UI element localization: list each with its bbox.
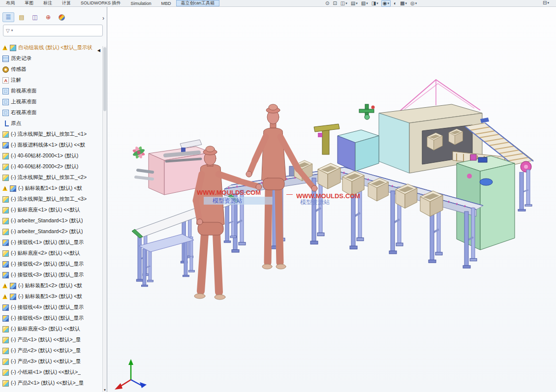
tree-item[interactable]: (-) 接驳线<3> (默认) (默认_显示: [2, 270, 101, 280]
featuremanager-panel-tabs: ☰ ▤ ◫ ⊕: [0, 7, 107, 24]
tree-item-icon: [2, 315, 9, 322]
zoom-area-icon[interactable]: ⊡ ▾: [332, 0, 337, 6]
edit-appearance-icon[interactable]: ◐ ▾: [393, 0, 397, 6]
tree-item[interactable]: (-) 流水线脚架_默认_按加工_<1>: [2, 129, 101, 140]
panel-tab-icon: [59, 14, 65, 21]
view-settings-icon[interactable]: ◎ ▾: [410, 0, 417, 6]
tree-item[interactable]: (-) 产品<3> (默认) <<默认>_显: [2, 356, 101, 367]
scrollbar-thumb[interactable]: [103, 47, 106, 111]
tree-item-label: 原点: [11, 120, 21, 127]
tab-annotation[interactable]: 标注: [38, 0, 57, 6]
tree-item[interactable]: (-) 贴标底座<2> (默认) <<默认: [2, 248, 101, 259]
tree-filter-input[interactable]: [14, 28, 100, 33]
tree-item-icon: [10, 45, 16, 51]
toolbar-icon-glyph: ◐: [394, 0, 397, 6]
tree-item[interactable]: (-) arbeiter_Standard<2> (默认): [2, 226, 101, 237]
tree-item[interactable]: (-) 40-60铝材-2000<1> (默认): [2, 151, 101, 161]
tree-item[interactable]: 自动组装线 (默认) <默认_显示状: [2, 42, 101, 53]
view-orientation-icon[interactable]: ▧ ▾: [361, 0, 369, 6]
command-tab-label: SOLIDWORKS 插件: [81, 0, 121, 6]
section-view-icon[interactable]: ◫ ▾: [340, 0, 348, 6]
tab-sketch[interactable]: 草图: [20, 0, 38, 6]
toolbar-icon-glyph: ◉: [383, 0, 387, 6]
tree-item[interactable]: (-) 贴标装配1<2> (默认) <默: [2, 280, 101, 291]
tree-item[interactable]: (-) 接驳线<1> (默认) (默认_显示: [2, 237, 101, 248]
monitor-icon[interactable]: ⊟ ▾: [543, 0, 549, 6]
tree-item[interactable]: (-) 流水线脚架_默认_按加工_<3>: [2, 194, 101, 205]
tree-item[interactable]: (-) 贴标装配1<3> (默认) <默: [2, 291, 101, 302]
tree-item[interactable]: (-) 流水线脚架_默认_按加工_<2>: [2, 172, 101, 183]
apply-scene-icon[interactable]: ▩ ▾: [400, 0, 407, 6]
tree-item-icon: [2, 88, 9, 94]
propertymanager-tab[interactable]: ▤: [16, 12, 28, 22]
tree-item[interactable]: (-) 贴标底座<1> (默认) <<默认: [2, 205, 101, 215]
tree-item[interactable]: 历史记录: [2, 53, 101, 64]
tree-item[interactable]: (-) 40-60铝材-2000<2> (默认): [2, 161, 101, 172]
tree-item[interactable]: (-) 面板进料线体<1> (默认) <<默: [2, 140, 101, 151]
tree-item[interactable]: (-) 产品2<1> (默认) <<默认>_显: [2, 378, 101, 389]
panel-tabs-overflow-arrow[interactable]: ›: [102, 15, 104, 22]
scroll-down-arrow[interactable]: ▾: [103, 388, 107, 392]
tree-item-icon: [2, 121, 9, 127]
toolbar-icon-glyph: ◎: [410, 0, 415, 6]
tree-item-icon: [2, 359, 9, 365]
watermark-text: WWW.MOULDS.COM: [197, 189, 261, 196]
configurationmanager-tab[interactable]: ◫: [29, 12, 41, 22]
tree-item-icon: [2, 272, 9, 278]
tab-simulation[interactable]: Simulation: [126, 0, 156, 6]
filter-dropdown-icon[interactable]: ▾: [11, 29, 13, 32]
watermark-cn-text: 模型资源站: [213, 197, 242, 204]
tree-item[interactable]: 右视基准面: [2, 107, 101, 118]
tree-item[interactable]: (-) 接驳线<2> (默认) (默认_显示: [2, 259, 101, 270]
tab-mbd[interactable]: MBD: [156, 0, 176, 6]
tree-item[interactable]: (-) 小纸箱<1> (默认) <<默认>_: [2, 367, 101, 378]
tree-scrollbar[interactable]: ▾: [102, 46, 107, 392]
dimxpertmanager-tab[interactable]: ⊕: [42, 12, 54, 22]
hide-show-items-icon[interactable]: ◉ ▾: [381, 0, 391, 7]
3d-scene[interactable]: WWW.MOULDS.COM — WWW.MOULDS.COM 模型资源站 模型…: [107, 7, 556, 392]
tab-layout[interactable]: 布局: [1, 0, 20, 6]
tree-item[interactable]: 注解: [2, 75, 101, 86]
tree-item-label: (-) 产品<2> (默认) <<默认>_显: [11, 347, 81, 354]
tree-item[interactable]: (-) arbeiter_Standard<1> (默认): [2, 215, 101, 226]
tab-solidworks-addins[interactable]: SOLIDWORKS 插件: [76, 0, 126, 6]
dropdown-arrow-icon: ▾: [356, 0, 358, 6]
displaymanager-tab[interactable]: [56, 12, 67, 22]
display-pane-arrow[interactable]: ◀: [97, 48, 100, 53]
tree-item-label: 前视基准面: [11, 88, 37, 94]
tree-item[interactable]: (-) 产品<1> (默认) <<默认>_显: [2, 334, 101, 345]
tree-item[interactable]: 前视基准面: [2, 86, 101, 96]
tree-item-label: 注解: [11, 77, 21, 84]
tree-item[interactable]: (-) 接驳线<5> (默认) (默认_显示: [2, 313, 101, 324]
pinwheel: [132, 146, 146, 159]
featuremanager-tree-tab[interactable]: ☰: [2, 12, 14, 22]
tree-item[interactable]: (-) 贴标底座<3> (默认) <<默认: [2, 324, 101, 334]
tree-item[interactable]: 原点: [2, 118, 101, 129]
dropdown-arrow-icon: ▾: [376, 0, 378, 6]
tree-item-label: (-) 产品<3> (默认) <<默认>_显: [11, 358, 81, 365]
tree-item-icon: [2, 304, 9, 311]
tree-item[interactable]: 传感器: [2, 64, 101, 75]
tree-item-label: (-) 贴标底座<2> (默认) <<默认: [11, 250, 80, 257]
tree-item-label: (-) 贴标底座<3> (默认) <<默认: [11, 326, 80, 332]
annotations-visibility-icon[interactable]: ▤ ▾: [350, 0, 358, 6]
tree-item-label: (-) 接驳线<2> (默认) (默认_显示: [11, 261, 84, 268]
tree-item[interactable]: (-) 接驳线<4> (默认) (默认_显示: [2, 302, 101, 313]
tree-item-label: (-) 接驳线<1> (默认) (默认_显示: [11, 239, 84, 246]
origin-triad: [115, 359, 147, 390]
toolbar-icon-glyph: ▩: [400, 0, 404, 6]
zoom-fit-icon[interactable]: ⊙ ▾: [325, 0, 330, 6]
display-style-icon[interactable]: ◨ ▾: [371, 0, 379, 6]
tree-item[interactable]: (-) 贴标装配1<1> (默认) <默: [2, 183, 101, 194]
tree-item-label: (-) 流水线脚架_默认_按加工_<3>: [11, 196, 87, 203]
tree-item[interactable]: 上视基准面: [2, 96, 101, 107]
tree-item-icon: [2, 99, 9, 105]
tree-item-icon: [10, 283, 16, 289]
graphics-viewport[interactable]: WWW.MOULDS.COM — WWW.MOULDS.COM 模型资源站 模型…: [107, 7, 556, 392]
tree-item[interactable]: (-) 产品<2> (默认) <<默认>_显: [2, 345, 101, 356]
warning-icon: [2, 294, 8, 299]
tree-item-label: (-) 小纸箱<1> (默认) <<默认>_: [11, 369, 81, 376]
tab-evaluate[interactable]: 计算: [57, 0, 76, 6]
labeling-robot-station: [314, 104, 379, 171]
tab-jlc-toolbox[interactable]: 嘉立创can工具箱: [176, 0, 220, 6]
